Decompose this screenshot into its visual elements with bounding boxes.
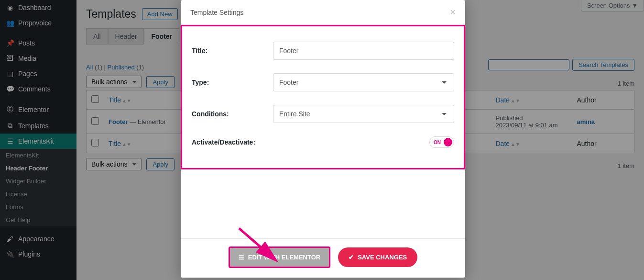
conditions-select[interactable]: Entire Site xyxy=(273,105,454,123)
elementskit-icon: ☰ xyxy=(239,254,244,261)
edit-with-elementor-button[interactable]: ☰ EDIT WITH ELEMENTOR xyxy=(229,246,330,268)
save-changes-button[interactable]: ✔ SAVE CHANGES xyxy=(338,247,417,267)
title-label: Title: xyxy=(192,47,273,55)
toggle-knob xyxy=(444,138,452,146)
settings-highlight-box: Title: Type: Footer Conditions: Entire S… xyxy=(181,25,465,169)
activate-label: Activate/Deactivate: xyxy=(192,138,273,146)
type-select[interactable]: Footer xyxy=(273,73,454,91)
type-label: Type: xyxy=(192,78,273,86)
edit-button-label: EDIT WITH ELEMENTOR xyxy=(248,254,320,261)
template-settings-modal: Template Settings × Title: Type: Footer … xyxy=(181,0,465,278)
modal-title: Template Settings xyxy=(190,9,243,16)
save-button-label: SAVE CHANGES xyxy=(358,254,407,261)
conditions-label: Conditions: xyxy=(192,110,273,118)
title-input[interactable] xyxy=(273,42,454,60)
check-circle-icon: ✔ xyxy=(349,254,354,261)
activate-toggle[interactable]: ON xyxy=(429,136,454,148)
close-icon[interactable]: × xyxy=(450,7,456,18)
toggle-state-label: ON xyxy=(434,140,441,145)
